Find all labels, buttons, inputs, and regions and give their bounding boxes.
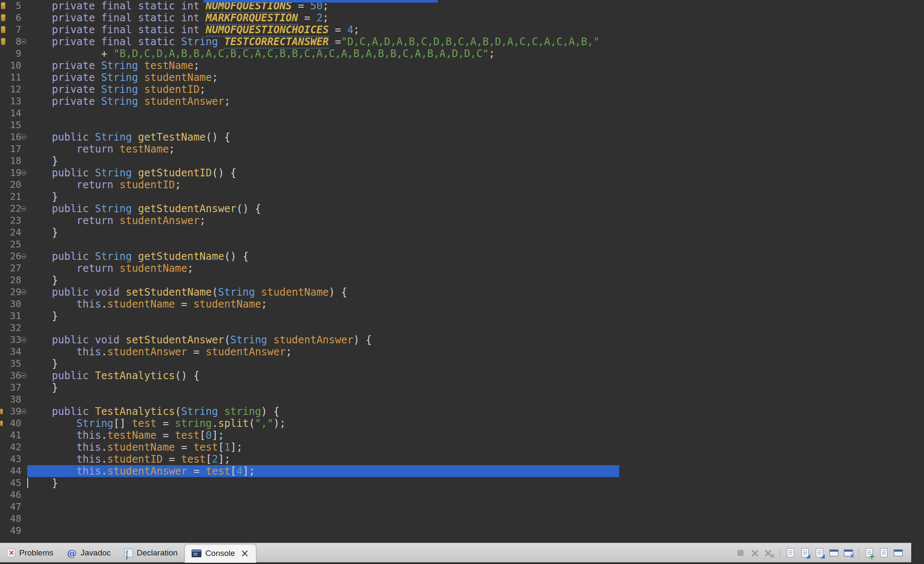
code-line[interactable]: 14 xyxy=(0,107,924,119)
fold-collapse-icon[interactable] xyxy=(21,206,26,211)
code-text: this.studentAnswer = studentAnswer; xyxy=(27,346,292,358)
code-text: private String studentAnswer; xyxy=(27,95,230,107)
fold-collapse-icon[interactable] xyxy=(21,39,26,44)
code-line[interactable]: 24 } xyxy=(0,227,924,239)
word-wrap-icon[interactable] xyxy=(813,547,826,559)
maximize-icon[interactable] xyxy=(892,547,904,559)
code-line[interactable]: 45 } xyxy=(0,477,924,489)
code-line[interactable]: 13 private String studentAnswer; xyxy=(0,95,924,107)
code-line[interactable]: 22 public String getStudentAnswer() { xyxy=(0,203,924,215)
code-text: this.testName = test[0]; xyxy=(27,429,224,441)
code-text: public String getTestName() { xyxy=(27,131,230,143)
code-line[interactable]: 5 private final static int NUMOFQUESTION… xyxy=(0,0,924,12)
code-line[interactable]: 9 + "B,D,C,D,A,B,B,A,C,B,C,A,C,B,B,C,A,C… xyxy=(0,48,924,60)
new-console-view-icon[interactable] xyxy=(877,547,890,559)
terminate-icon[interactable] xyxy=(734,547,747,559)
code-text: private final static int MARKFORQUESTION… xyxy=(27,12,329,24)
code-line[interactable]: 28 } xyxy=(0,274,924,286)
code-line[interactable]: 48 xyxy=(0,513,924,525)
clear-console-icon[interactable] xyxy=(784,547,797,559)
code-line[interactable]: 6 private final static int MARKFORQUESTI… xyxy=(0,12,924,24)
gutter-marker-icon xyxy=(0,409,3,414)
code-line[interactable]: 32 xyxy=(0,322,924,334)
line-number: 26 xyxy=(0,250,21,262)
line-number: 16 xyxy=(0,131,21,143)
fold-collapse-icon[interactable] xyxy=(21,373,26,378)
code-line[interactable]: 42 this.studentName = test[1]; xyxy=(0,441,924,453)
remove-launch-icon[interactable]: × xyxy=(749,547,761,559)
line-number: 29 xyxy=(0,286,21,298)
code-line[interactable]: 15 xyxy=(0,119,924,131)
fold-collapse-icon[interactable] xyxy=(21,253,26,259)
tab-console[interactable]: Console × xyxy=(184,544,256,563)
code-line[interactable]: 10 private String testName; xyxy=(0,60,924,72)
line-number: 45 xyxy=(0,477,21,489)
code-line[interactable]: 39 public TestAnalytics(String string) { xyxy=(0,406,924,417)
tab-label: Problems xyxy=(19,548,53,558)
display-selected-console-icon[interactable] xyxy=(842,547,855,559)
code-text: private final static int NUMOFQUESTIONCH… xyxy=(27,24,359,36)
code-line[interactable]: 20 return studentID; xyxy=(0,179,924,191)
code-line[interactable]: 30 this.studentName = studentName; xyxy=(0,298,924,310)
remove-all-terminated-icon[interactable]: ×× xyxy=(763,547,776,559)
open-console-icon[interactable] xyxy=(863,547,875,559)
code-line[interactable]: 21 } xyxy=(0,191,924,203)
tab-javadoc[interactable]: @ Javadoc xyxy=(60,543,118,562)
fold-collapse-icon[interactable] xyxy=(21,337,26,342)
tab-problems[interactable]: Problems xyxy=(0,543,60,562)
code-line[interactable]: 37 } xyxy=(0,382,924,394)
code-line[interactable]: 46 xyxy=(0,489,924,501)
code-line[interactable]: 8 private final static String TESTCORREC… xyxy=(0,36,924,48)
code-text: } xyxy=(27,191,58,203)
code-text: public TestAnalytics(String string) { xyxy=(27,406,279,417)
code-line[interactable]: 44 this.studentAnswer = test[4]; xyxy=(0,465,924,477)
code-line[interactable]: 29 public void setStudentName(String stu… xyxy=(0,286,924,298)
code-text: this.studentAnswer = test[4]; xyxy=(27,465,255,477)
code-line[interactable]: 36 public TestAnalytics() { xyxy=(0,370,924,382)
code-line[interactable]: 17 return testName; xyxy=(0,143,924,155)
code-line[interactable]: 16 public String getTestName() { xyxy=(0,131,924,143)
code-line[interactable]: 26 public String getStudentName() { xyxy=(0,250,924,262)
code-text: private String studentID; xyxy=(27,83,206,95)
code-text: public void setStudentName(String studen… xyxy=(27,286,347,298)
close-icon[interactable]: × xyxy=(241,548,249,558)
tab-declaration[interactable]: Declaration xyxy=(118,543,184,562)
pin-console-icon[interactable] xyxy=(827,547,840,559)
fold-collapse-icon[interactable] xyxy=(21,289,26,295)
fold-collapse-icon[interactable] xyxy=(21,170,26,176)
code-line[interactable]: 11 private String studentName; xyxy=(0,72,924,83)
code-line[interactable]: 34 this.studentAnswer = studentAnswer; xyxy=(0,346,924,358)
code-line[interactable]: 33 public void setStudentAnswer(String s… xyxy=(0,334,924,346)
code-line[interactable]: 41 this.testName = test[0]; xyxy=(0,429,924,441)
code-line[interactable]: 43 this.studentID = test[2]; xyxy=(0,453,924,465)
code-line[interactable]: 38 xyxy=(0,394,924,406)
code-line[interactable]: 31 } xyxy=(0,310,924,322)
code-text: String[] test = string.split(","); xyxy=(27,417,286,429)
code-text: } xyxy=(27,310,58,322)
code-editor[interactable]: 5 private final static int NUMOFQUESTION… xyxy=(0,0,924,543)
code-line[interactable]: 25 xyxy=(0,239,924,250)
line-number: 20 xyxy=(0,179,21,191)
gutter-marker-icon xyxy=(1,38,6,45)
fold-collapse-icon[interactable] xyxy=(21,134,26,140)
code-line[interactable]: 12 private String studentID; xyxy=(0,83,924,95)
code-line[interactable]: 49 xyxy=(0,525,924,537)
code-text: public String getStudentName() { xyxy=(27,250,249,262)
code-text: private String testName; xyxy=(27,60,200,72)
code-lines: 5 private final static int NUMOFQUESTION… xyxy=(0,0,924,537)
line-number: 38 xyxy=(0,394,21,406)
code-line[interactable]: 35 } xyxy=(0,358,924,370)
code-line[interactable]: 27 return studentName; xyxy=(0,262,924,274)
code-line[interactable]: 19 public String getStudentID() { xyxy=(0,167,924,179)
code-line[interactable]: 7 private final static int NUMOFQUESTION… xyxy=(0,24,924,36)
code-text: return studentAnswer; xyxy=(27,215,206,227)
code-text: } xyxy=(27,477,58,489)
gutter-marker-icon xyxy=(1,26,6,33)
code-line[interactable]: 18 } xyxy=(0,155,924,167)
fold-collapse-icon[interactable] xyxy=(21,409,26,414)
code-line[interactable]: 47 xyxy=(0,501,924,513)
code-line[interactable]: 23 return studentAnswer; xyxy=(0,215,924,227)
line-number: 41 xyxy=(0,429,21,441)
code-line[interactable]: 40 String[] test = string.split(","); xyxy=(0,417,924,429)
scroll-lock-icon[interactable] xyxy=(798,547,811,559)
